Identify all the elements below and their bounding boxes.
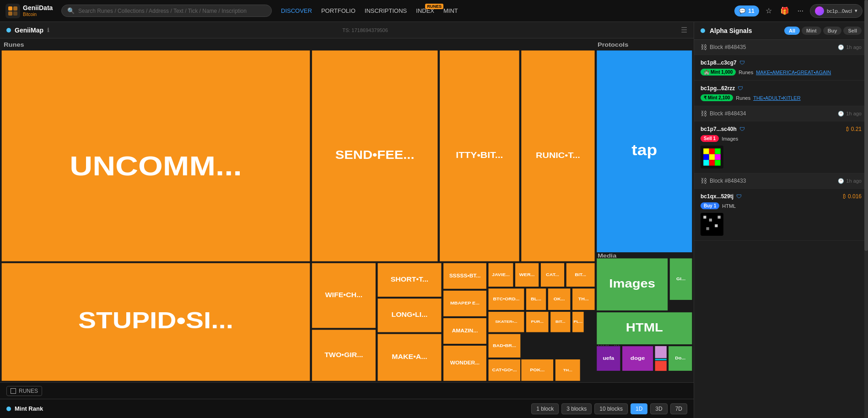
verified-icon-2: 🛡 bbox=[738, 85, 743, 92]
panel-dot bbox=[6, 28, 11, 33]
panel-title: GeniiMap ℹ bbox=[6, 27, 49, 34]
cell-uefa-label: uefa bbox=[603, 355, 615, 360]
signal-addr-3[interactable]: bc1p7...sc40h bbox=[701, 126, 737, 132]
block-icon-2: ⛓ bbox=[701, 110, 707, 117]
signal-item-4: bc1qx...529tj 🛡 ₿ 0.016 Buy 1 HTML bbox=[694, 189, 868, 241]
treemap-svg: Runes Protocols Media BRC20 UNCOMM... SE… bbox=[0, 38, 694, 382]
cell-send-fee-label: SEND•FEE... bbox=[335, 148, 415, 162]
more-button[interactable]: ··· bbox=[796, 5, 805, 17]
notification-button[interactable]: 💬 11 bbox=[734, 5, 759, 16]
scrollbar-track[interactable] bbox=[864, 22, 868, 418]
scrollbar-thumb[interactable] bbox=[864, 22, 868, 251]
svg-rect-18 bbox=[706, 227, 709, 230]
filter-all[interactable]: All bbox=[784, 27, 800, 35]
alpha-filter-buttons: All Mint Buy Sell bbox=[784, 27, 862, 35]
block-btn-7d[interactable]: 7D bbox=[670, 403, 687, 414]
buy-badge-4: Buy 1 bbox=[701, 202, 719, 209]
block-btn-10[interactable]: 10 blocks bbox=[594, 403, 628, 414]
panel-title-text: GeniiMap bbox=[15, 27, 43, 34]
signal-top-1: bc1p8...c3cg7 🛡 bbox=[701, 60, 862, 66]
star-button[interactable]: ☆ bbox=[764, 5, 774, 17]
block-filter-buttons: 1 block 3 blocks 10 blocks 1D 3D 7D bbox=[531, 403, 687, 414]
search-input[interactable] bbox=[78, 8, 266, 14]
signal-addr-2[interactable]: bc1pg...62rzz bbox=[701, 85, 735, 92]
signal-item-1: bc1p8...c3cg7 🛡 🏰 Mint 1,000 Runes MAKE•… bbox=[694, 55, 868, 81]
clock-icon: 🕐 bbox=[838, 44, 844, 50]
alpha-signals-title: Alpha Signals bbox=[710, 27, 780, 34]
cell-th-1-label: TH... bbox=[578, 297, 589, 301]
panel-header: GeniiMap ℹ TS: 1718694379506 ☰ bbox=[0, 22, 694, 38]
notification-count: 11 bbox=[748, 8, 754, 14]
cell-brc20-2[interactable] bbox=[655, 359, 667, 371]
info-icon: ℹ bbox=[47, 27, 49, 33]
navbar: GeniiData Bitcoin 🔍 DISCOVER PORTFOLIO I… bbox=[0, 0, 868, 22]
signal-addr-1[interactable]: bc1p8...c3cg7 bbox=[701, 60, 737, 66]
runes-link[interactable]: RUNES bbox=[6, 386, 42, 396]
avatar bbox=[815, 6, 824, 16]
clock-icon-3: 🕐 bbox=[838, 178, 844, 184]
logo-icon bbox=[5, 4, 20, 18]
user-button[interactable]: bc1p...0wcl ▾ bbox=[810, 4, 863, 18]
block-time-848433: 🕐 1h ago bbox=[838, 178, 862, 184]
cell-sssss-bt-label: SSSSS•BT... bbox=[449, 273, 481, 278]
block-btn-3[interactable]: 3 blocks bbox=[561, 403, 592, 414]
mint-rank-left: Mint Rank bbox=[6, 405, 43, 412]
logo-area: GeniiData Bitcoin bbox=[5, 4, 56, 18]
filter-sell[interactable]: Sell bbox=[843, 27, 862, 35]
pixel-art-3 bbox=[701, 146, 723, 168]
cell-btc-ord-label: BTC•ORD... bbox=[493, 297, 519, 301]
pixel-art-4 bbox=[701, 213, 723, 236]
rune-link-1[interactable]: MAKE•AMERICA•GREAT•AGAIN bbox=[756, 70, 831, 75]
logo-name: GeniiData bbox=[23, 5, 53, 11]
cell-pur-label: PUR... bbox=[531, 320, 544, 324]
cell-skater-label: SKATER•... bbox=[495, 320, 518, 324]
cell-brc20-3[interactable] bbox=[655, 358, 667, 361]
sell-badge-3: Sell 1 bbox=[701, 135, 719, 142]
svg-rect-9 bbox=[709, 154, 715, 160]
right-panel: Alpha Signals All Mint Buy Sell ⛓ Block … bbox=[694, 22, 868, 418]
cell-ok-label: OK... bbox=[554, 297, 565, 301]
filter-buy[interactable]: Buy bbox=[823, 27, 842, 35]
filter-mint[interactable]: Mint bbox=[802, 27, 821, 35]
block-btn-1d[interactable]: 1D bbox=[631, 403, 647, 414]
mint-badge-icon: 🏰 bbox=[704, 70, 709, 75]
treemap-area: Runes Protocols Media BRC20 UNCOMM... SE… bbox=[0, 38, 694, 382]
cell-bit-2-label: BIT... bbox=[555, 320, 566, 324]
nav-mint[interactable]: MINT bbox=[443, 7, 458, 14]
block-header-848433: ⛓ Block #848433 🕐 1h ago bbox=[694, 174, 868, 189]
block-num-848434: Block #848434 bbox=[710, 110, 746, 117]
action-label-3: Images bbox=[722, 136, 738, 141]
block-btn-3d[interactable]: 3D bbox=[650, 403, 667, 414]
panel-menu-button[interactable]: ☰ bbox=[681, 26, 687, 34]
svg-rect-11 bbox=[703, 160, 709, 166]
main-layout: GeniiMap ℹ TS: 1718694379506 ☰ Runes Pro… bbox=[0, 22, 868, 418]
search-bar[interactable]: 🔍 bbox=[61, 5, 272, 17]
cell-th-2-label: TH... bbox=[563, 368, 572, 372]
signal-addr-4[interactable]: bc1qx...529tj bbox=[701, 193, 733, 200]
cell-bad-br-label: BAD•BR... bbox=[493, 343, 516, 347]
signal-item-3: bc1p7...sc40h 🛡 ₿ 0.21 Sell 1 Images bbox=[694, 121, 868, 174]
action-label-1: Runes bbox=[739, 70, 753, 75]
svg-rect-12 bbox=[709, 160, 715, 166]
logo-text: GeniiData Bitcoin bbox=[23, 5, 53, 16]
cell-bit-1-label: BIT... bbox=[575, 272, 586, 277]
alpha-dot bbox=[701, 28, 705, 33]
block-btn-1[interactable]: 1 block bbox=[531, 403, 559, 414]
verified-icon-4: 🛡 bbox=[736, 193, 742, 200]
cell-pl-label: PL... bbox=[574, 320, 583, 324]
nav-index[interactable]: INDEX RUNES bbox=[416, 7, 434, 14]
svg-rect-8 bbox=[703, 154, 709, 160]
block-header-left-3: ⛓ Block #848433 bbox=[701, 177, 746, 185]
rune-link-2[interactable]: THE•ADULT•KITLER bbox=[753, 95, 800, 101]
runes-link-label: RUNES bbox=[19, 388, 38, 394]
mint-badge-2: ₹ Mint 2,100 bbox=[701, 94, 733, 101]
gift-button[interactable]: 🎁 bbox=[778, 5, 791, 17]
nav-discover[interactable]: DISCOVER bbox=[281, 7, 312, 14]
cell-mbapep-label: MBAPEP E... bbox=[450, 301, 480, 305]
cell-wife-ch-label: WIFE•CH... bbox=[325, 291, 362, 299]
nav-inscriptions[interactable]: INSCRIPTIONS bbox=[365, 7, 407, 14]
block-header-left: ⛓ Block #848435 bbox=[701, 43, 746, 51]
nav-portfolio[interactable]: PORTFOLIO bbox=[321, 7, 356, 14]
cell-brc20-1[interactable] bbox=[655, 346, 667, 358]
cell-images-label: Images bbox=[609, 277, 655, 290]
